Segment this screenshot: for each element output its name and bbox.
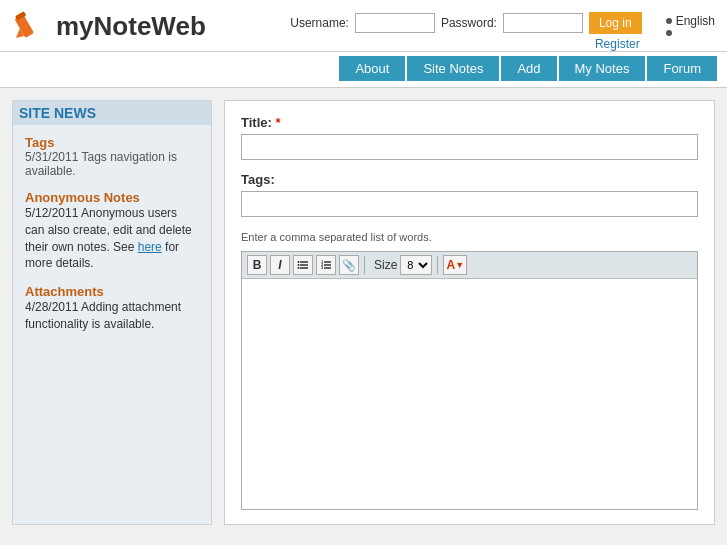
tags-label: Tags:: [241, 172, 698, 187]
sidebar-title: SITE NEWS: [13, 101, 211, 125]
lang-bullet-english: [666, 18, 672, 24]
svg-point-6: [298, 261, 300, 263]
nav-site-notes[interactable]: Site Notes: [407, 56, 499, 81]
main-content: SITE NEWS Tags 5/31/2011 Tags navigation…: [0, 88, 727, 537]
svg-text:3: 3: [321, 265, 324, 270]
lang-bullet-other: [666, 30, 672, 36]
color-a-label: A: [447, 258, 456, 272]
toolbar-ol[interactable]: 1 2 3: [316, 255, 336, 275]
news-date-tags: 5/31/2011 Tags navigation is available.: [25, 150, 199, 178]
nav-add[interactable]: Add: [501, 56, 556, 81]
nav-forum[interactable]: Forum: [647, 56, 717, 81]
tags-input[interactable]: [241, 191, 698, 217]
toolbar-separator2: [437, 256, 438, 274]
news-text-anon: 5/12/2011 Anonymous users can also creat…: [25, 205, 199, 272]
toolbar-size-label: Size: [374, 258, 397, 272]
news-title-attach[interactable]: Attachments: [25, 284, 199, 299]
toolbar-size-select[interactable]: 8 10 12 14 18 24: [400, 255, 432, 275]
password-input[interactable]: [503, 13, 583, 33]
login-button[interactable]: Log in: [589, 12, 642, 34]
tags-hint: Enter a comma separated list of words.: [241, 231, 698, 243]
title-label: Title: *: [241, 115, 698, 130]
content-area: Title: * Tags: Enter a comma separated l…: [224, 100, 715, 525]
svg-point-8: [298, 267, 300, 269]
editor-toolbar: B I: [242, 252, 697, 279]
toolbar-italic[interactable]: I: [270, 255, 290, 275]
logo-icon: [12, 8, 48, 44]
toolbar-color[interactable]: A ▼: [443, 255, 467, 275]
news-item-attach: Attachments 4/28/2011 Adding attachment …: [25, 284, 199, 333]
anon-notes-here-link[interactable]: here: [138, 240, 162, 254]
nav-about[interactable]: About: [339, 56, 405, 81]
news-title-tags[interactable]: Tags: [25, 135, 199, 150]
language-english[interactable]: English: [666, 12, 715, 30]
editor-body[interactable]: [242, 279, 697, 509]
toolbar-separator: [364, 256, 365, 274]
news-text-attach: 4/28/2011 Adding attachment functionalit…: [25, 299, 199, 333]
navbar: About Site Notes Add My Notes Forum: [0, 52, 727, 88]
title-input[interactable]: [241, 134, 698, 160]
sidebar: SITE NEWS Tags 5/31/2011 Tags navigation…: [12, 100, 212, 525]
color-dropdown-icon: ▼: [455, 260, 464, 270]
register-link[interactable]: Register: [595, 37, 640, 51]
news-item-anon: Anonymous Notes 5/12/2011 Anonymous user…: [25, 190, 199, 272]
site-title: myNoteWeb: [56, 11, 206, 42]
ol-icon: 1 2 3: [320, 259, 332, 271]
ul-icon: [297, 259, 309, 271]
nav-my-notes[interactable]: My Notes: [559, 56, 646, 81]
password-label: Password:: [441, 16, 497, 30]
editor-area: B I: [241, 251, 698, 510]
language-english-label: English: [676, 12, 715, 30]
toolbar-attach[interactable]: 📎: [339, 255, 359, 275]
news-title-anon[interactable]: Anonymous Notes: [25, 190, 199, 205]
toolbar-bold[interactable]: B: [247, 255, 267, 275]
title-required: *: [275, 115, 280, 130]
svg-point-7: [298, 264, 300, 266]
news-item-tags: Tags 5/31/2011 Tags navigation is availa…: [25, 135, 199, 178]
language-other[interactable]: [666, 30, 676, 36]
username-input[interactable]: [355, 13, 435, 33]
toolbar-ul[interactable]: [293, 255, 313, 275]
username-label: Username:: [290, 16, 349, 30]
